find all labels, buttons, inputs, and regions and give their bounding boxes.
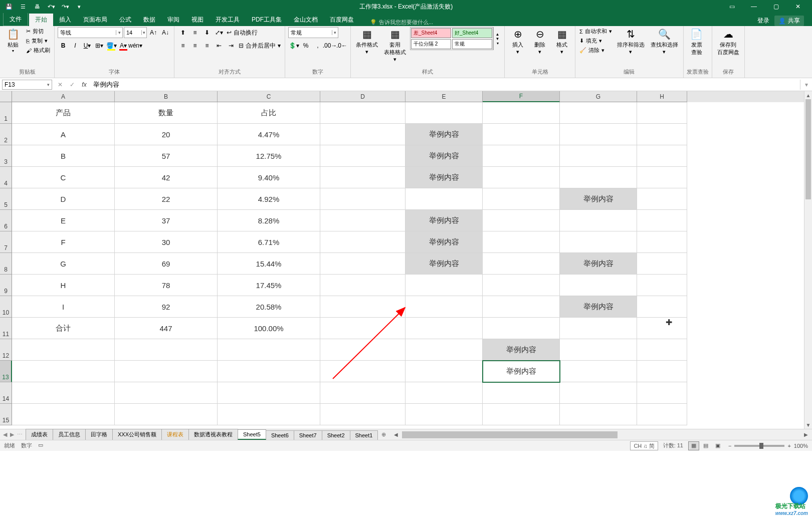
sheet-nav-menu-icon[interactable]: ⋯	[17, 431, 23, 438]
cell-G5[interactable]: 举例内容	[560, 188, 637, 210]
cell-B5[interactable]: 22	[115, 188, 218, 210]
sheet-tab-数据透视表教程[interactable]: 数据透视表教程	[188, 429, 238, 440]
cell-C3[interactable]: 12.75%	[218, 145, 320, 167]
comma-icon[interactable]: ,	[312, 40, 323, 51]
cell-D7[interactable]	[320, 231, 405, 253]
print-icon[interactable]: 🖶	[32, 2, 42, 12]
cell-E2[interactable]: 举例内容	[405, 124, 483, 145]
cell-F14[interactable]	[483, 382, 560, 404]
cell-D4[interactable]	[320, 167, 405, 188]
cell-E5[interactable]	[405, 188, 483, 210]
cell-E14[interactable]	[405, 382, 483, 404]
clear-button[interactable]: 🧹清除▾	[578, 46, 613, 55]
increase-font-icon[interactable]: A↑	[148, 27, 159, 38]
expand-formula-icon[interactable]: ▾	[800, 80, 812, 90]
cell-F4[interactable]	[483, 167, 560, 188]
cell-F3[interactable]	[483, 145, 560, 167]
cell-G3[interactable]	[560, 145, 637, 167]
fill-button[interactable]: ⬇填充▾	[578, 37, 613, 45]
cell-F6[interactable]	[483, 210, 560, 231]
row-header-3[interactable]: 3	[0, 145, 12, 167]
cell-C13[interactable]	[218, 361, 320, 382]
zoom-out-icon[interactable]: −	[728, 443, 731, 449]
cell-A4[interactable]: C	[12, 167, 115, 188]
format-painter-button[interactable]: 🖌格式刷	[25, 46, 51, 55]
cell-A2[interactable]: A	[12, 124, 115, 145]
underline-button[interactable]: U▾	[82, 40, 93, 51]
minimize-icon[interactable]: ―	[744, 0, 764, 13]
cell-D13[interactable]	[320, 361, 405, 382]
cell-G14[interactable]	[560, 382, 637, 404]
font-size-combo[interactable]: ▾	[124, 27, 147, 38]
align-top-icon[interactable]: ⬆	[177, 27, 188, 38]
conditional-format-button[interactable]: ▦条件格式▾	[354, 27, 380, 56]
cell-E11[interactable]	[405, 318, 483, 339]
cell-D9[interactable]	[320, 275, 405, 296]
find-select-button[interactable]: 🔍查找和选择▾	[649, 27, 680, 56]
cell-B7[interactable]: 30	[115, 231, 218, 253]
cell-styles-gallery[interactable]: 差_Sheet4 好_Sheet4 千位分隔 2 常规	[410, 27, 493, 50]
cell-D3[interactable]	[320, 145, 405, 167]
cell-F5[interactable]	[483, 188, 560, 210]
name-box[interactable]: F13 ▾	[2, 80, 52, 90]
cell-E15[interactable]	[405, 404, 483, 425]
cell-H12[interactable]	[637, 339, 687, 361]
cell-D1[interactable]	[320, 102, 405, 124]
col-header-B[interactable]: B	[115, 91, 218, 102]
cell-F12[interactable]: 举例内容	[483, 339, 560, 361]
table-format-button[interactable]: ▦套用 表格格式▾	[382, 27, 408, 64]
cell-E4[interactable]: 举例内容	[405, 167, 483, 188]
currency-icon[interactable]: 💲▾	[288, 40, 299, 51]
cell-G15[interactable]	[560, 404, 637, 425]
row-header-10[interactable]: 10	[0, 296, 12, 318]
cell-A11[interactable]: 合计	[12, 318, 115, 339]
copy-button[interactable]: ⎘复制▾	[25, 37, 51, 45]
col-header-C[interactable]: C	[218, 91, 320, 102]
sheet-tab-Sheet2[interactable]: Sheet2	[322, 430, 350, 440]
style-normal[interactable]: 常规	[452, 39, 492, 49]
maximize-icon[interactable]: ▢	[766, 0, 786, 13]
cell-B15[interactable]	[115, 404, 218, 425]
style-bad[interactable]: 差_Sheet4	[411, 28, 451, 38]
indent-increase-icon[interactable]: ⇥	[226, 40, 237, 51]
hscroll-thumb[interactable]	[402, 431, 618, 438]
undo-icon[interactable]: ↶▾	[46, 2, 56, 12]
save-baidu-button[interactable]: ☁保存到 百度网盘	[715, 27, 741, 57]
cell-H7[interactable]	[637, 231, 687, 253]
cell-A13[interactable]	[12, 361, 115, 382]
cell-B11[interactable]: 447	[115, 318, 218, 339]
cut-button[interactable]: ✂剪切	[25, 27, 51, 36]
cell-F2[interactable]	[483, 124, 560, 145]
autosum-button[interactable]: Σ自动求和▾	[578, 27, 613, 36]
tab-baidu[interactable]: 百度网盘	[324, 14, 360, 26]
cell-F15[interactable]	[483, 404, 560, 425]
cell-A1[interactable]: 产品	[12, 102, 115, 124]
tab-developer[interactable]: 开发工具	[210, 14, 246, 26]
align-center-icon[interactable]: ≡	[189, 40, 200, 51]
cell-F7[interactable]	[483, 231, 560, 253]
sheet-tab-Sheet5[interactable]: Sheet5	[238, 429, 266, 440]
sheet-tab-田字格[interactable]: 田字格	[85, 429, 113, 440]
cell-E10[interactable]	[405, 296, 483, 318]
cell-E13[interactable]	[405, 361, 483, 382]
scroll-up-icon[interactable]: ▲	[804, 91, 812, 99]
share-button[interactable]: 👤 共享	[774, 16, 804, 26]
touch-mode-icon[interactable]: ☰	[18, 2, 28, 12]
scroll-right-icon[interactable]: ▶	[802, 432, 810, 437]
scroll-down-icon[interactable]: ▼	[804, 421, 812, 429]
cell-C5[interactable]: 4.92%	[218, 188, 320, 210]
row-header-5[interactable]: 5	[0, 188, 12, 210]
cell-H15[interactable]	[637, 404, 687, 425]
cell-B3[interactable]: 57	[115, 145, 218, 167]
cell-C10[interactable]: 20.58%	[218, 296, 320, 318]
sheet-tab-员工信息[interactable]: 员工信息	[53, 429, 86, 440]
cell-C15[interactable]	[218, 404, 320, 425]
zoom-in-icon[interactable]: +	[787, 443, 790, 449]
cell-B2[interactable]: 20	[115, 124, 218, 145]
tab-formulas[interactable]: 公式	[113, 14, 137, 26]
save-icon[interactable]: 💾	[4, 2, 14, 12]
cell-F1[interactable]	[483, 102, 560, 124]
cell-A14[interactable]	[12, 382, 115, 404]
select-all-corner[interactable]	[0, 91, 12, 102]
cell-C12[interactable]	[218, 339, 320, 361]
